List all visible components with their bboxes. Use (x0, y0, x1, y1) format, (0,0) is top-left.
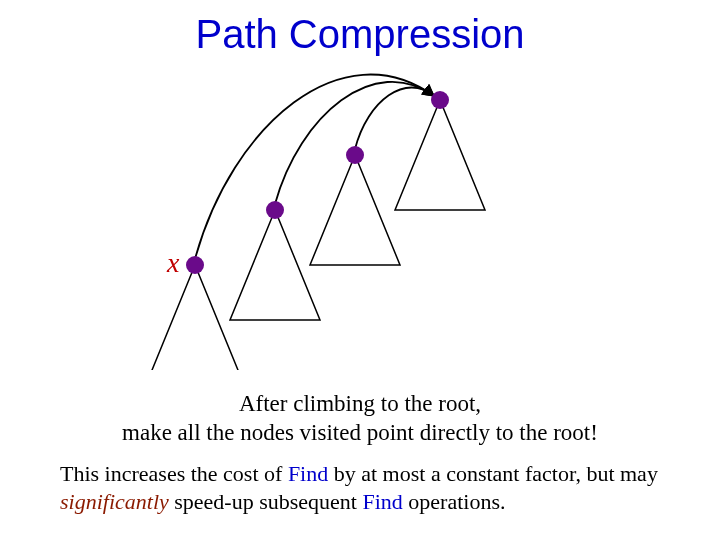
find-keyword-1: Find (288, 461, 328, 486)
compression-arrow (195, 75, 434, 259)
caption: After climbing to the root, make all the… (0, 390, 720, 448)
body-pre: This increases the cost of (60, 461, 288, 486)
body-text: This increases the cost of Find by at mo… (60, 460, 660, 515)
inner-node (346, 146, 364, 164)
subtree-triangles (150, 100, 485, 370)
subtree-triangle (395, 100, 485, 210)
caption-line-2: make all the nodes visited point directl… (122, 420, 598, 445)
caption-line-1: After climbing to the root, (239, 391, 481, 416)
compression-arrows (195, 75, 434, 259)
body-mid: by at most a constant factor, but may (328, 461, 658, 486)
x-label: x (167, 247, 179, 279)
x-node (186, 256, 204, 274)
slide: Path Compression x After climbing to the… (0, 0, 720, 540)
diagram-area: x (130, 70, 590, 370)
compression-arrow (355, 87, 434, 149)
find-keyword-2: Find (362, 489, 402, 514)
slide-title: Path Compression (0, 12, 720, 57)
subtree-triangle (150, 265, 240, 370)
root-node (431, 91, 449, 109)
subtree-triangle (310, 155, 400, 265)
body-end: operations. (403, 489, 506, 514)
body-post: speed-up subsequent (169, 489, 363, 514)
significantly: significantly (60, 489, 169, 514)
subtree-triangle (230, 210, 320, 320)
path-compression-svg (130, 70, 590, 370)
inner-node (266, 201, 284, 219)
